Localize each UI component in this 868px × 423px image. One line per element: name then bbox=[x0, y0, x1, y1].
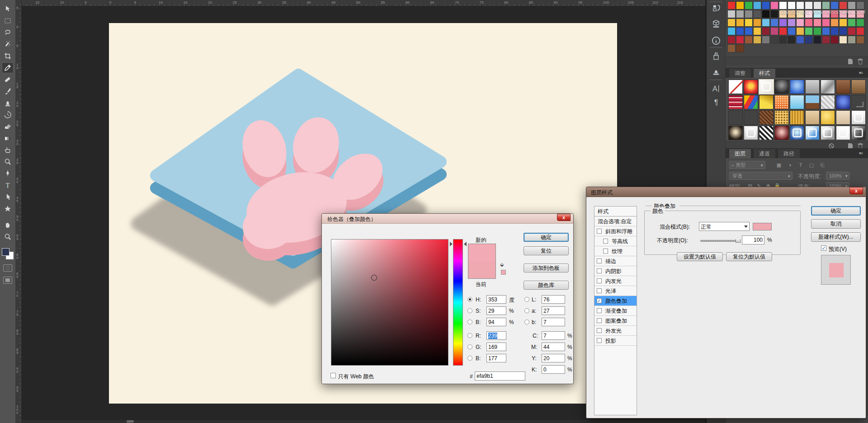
lab-b-field[interactable]: 7 bbox=[542, 318, 565, 326]
set-default-button[interactable]: 设置为默认值 bbox=[677, 252, 723, 261]
swatch[interactable] bbox=[779, 1, 787, 9]
swatch[interactable] bbox=[779, 27, 787, 35]
b2-field[interactable]: 177 bbox=[486, 354, 506, 362]
shape-tool[interactable] bbox=[2, 203, 14, 214]
style-preset[interactable] bbox=[744, 80, 758, 94]
style-preset[interactable] bbox=[821, 110, 835, 125]
swatch[interactable] bbox=[779, 19, 787, 27]
filter-shape-layers-icon[interactable]: ▢ bbox=[808, 162, 815, 168]
swatch[interactable] bbox=[753, 19, 761, 27]
style-preset[interactable] bbox=[851, 126, 866, 140]
swatch[interactable] bbox=[839, 27, 847, 35]
swatch[interactable] bbox=[736, 27, 744, 35]
smudge-tool[interactable] bbox=[2, 145, 14, 155]
swatch[interactable] bbox=[727, 10, 736, 18]
move-tool[interactable] bbox=[2, 4, 14, 14]
style-preset[interactable] bbox=[774, 126, 789, 140]
swatch[interactable] bbox=[830, 1, 839, 9]
color-field[interactable] bbox=[331, 239, 448, 366]
a-field[interactable]: 27 bbox=[542, 306, 565, 315]
swatch[interactable] bbox=[762, 36, 770, 44]
style-preset[interactable] bbox=[759, 110, 774, 125]
magic-wand-tool[interactable] bbox=[2, 39, 14, 50]
swatch[interactable] bbox=[805, 27, 813, 35]
k-field[interactable]: 0 bbox=[542, 365, 565, 374]
style-preset[interactable] bbox=[759, 126, 774, 140]
l-field[interactable]: 76 bbox=[542, 295, 565, 304]
horizontal-scrollbar[interactable] bbox=[22, 420, 705, 423]
swatch[interactable] bbox=[796, 19, 804, 27]
swatch[interactable] bbox=[788, 19, 796, 27]
screen-mode-button[interactable] bbox=[3, 277, 12, 284]
layer-style-item-等高线[interactable]: 等高线 bbox=[594, 236, 637, 246]
tab-layers[interactable]: 图层 bbox=[729, 149, 751, 158]
b-radio[interactable] bbox=[467, 320, 472, 324]
style-checkbox[interactable] bbox=[597, 229, 602, 234]
swatch[interactable] bbox=[788, 27, 796, 35]
swatch[interactable] bbox=[770, 36, 778, 44]
swatch[interactable] bbox=[788, 36, 796, 44]
swatch[interactable] bbox=[753, 36, 761, 44]
new-swatch-icon[interactable] bbox=[847, 58, 854, 65]
style-checkbox[interactable] bbox=[597, 308, 602, 313]
marquee-tool[interactable] bbox=[2, 15, 14, 26]
reset-button[interactable]: 复位 bbox=[524, 246, 569, 255]
style-preset[interactable] bbox=[805, 80, 820, 94]
eyedropper-tool[interactable] bbox=[2, 62, 14, 73]
style-preset[interactable] bbox=[805, 95, 820, 109]
style-preset[interactable] bbox=[851, 110, 866, 125]
swatch[interactable] bbox=[727, 44, 736, 52]
character-panel-icon[interactable]: A bbox=[711, 83, 722, 94]
swatch[interactable] bbox=[788, 1, 796, 9]
swatch[interactable] bbox=[839, 1, 847, 9]
panel-menu-icon[interactable]: ▾≡ bbox=[859, 151, 866, 155]
style-preset[interactable] bbox=[790, 126, 804, 140]
hue-arrow-left[interactable] bbox=[450, 242, 453, 246]
swatch[interactable] bbox=[796, 1, 804, 9]
swatch[interactable] bbox=[813, 1, 821, 9]
style-checkbox[interactable] bbox=[597, 278, 602, 283]
swatch[interactable] bbox=[745, 10, 753, 18]
hue-slider[interactable] bbox=[453, 239, 463, 366]
ok-button[interactable]: 确定 bbox=[811, 206, 861, 216]
scrollbar-thumb[interactable] bbox=[127, 420, 134, 423]
swatch[interactable] bbox=[770, 10, 778, 18]
cancel-button[interactable]: 取消 bbox=[811, 219, 861, 229]
swatch[interactable] bbox=[736, 36, 744, 44]
swatch[interactable] bbox=[822, 27, 830, 35]
style-preset[interactable] bbox=[790, 110, 804, 125]
swatch[interactable] bbox=[770, 1, 778, 9]
swatch[interactable] bbox=[848, 1, 856, 9]
add-to-swatches-button[interactable]: 添加到色板 bbox=[524, 263, 569, 273]
swatch[interactable] bbox=[830, 19, 839, 27]
swatch[interactable] bbox=[745, 1, 753, 9]
layer-style-item-外发光[interactable]: 外发光 bbox=[594, 326, 637, 336]
style-checkbox[interactable] bbox=[597, 328, 602, 333]
foreground-color-chip[interactable] bbox=[2, 248, 9, 256]
web-only-checkbox[interactable] bbox=[330, 373, 336, 378]
layer-style-item-斜面和浮雕[interactable]: 斜面和浮雕 bbox=[594, 226, 637, 236]
style-preset[interactable] bbox=[774, 95, 789, 109]
style-preset[interactable] bbox=[836, 110, 850, 125]
swatch[interactable] bbox=[727, 19, 736, 27]
swatch[interactable] bbox=[727, 27, 736, 35]
3d-panel-icon[interactable] bbox=[711, 18, 722, 29]
swatch[interactable] bbox=[736, 1, 744, 9]
style-checkbox[interactable] bbox=[597, 288, 602, 293]
brush-presets-panel-icon[interactable] bbox=[711, 51, 722, 61]
filter-pixel-layers-icon[interactable]: ▦ bbox=[775, 162, 783, 168]
style-preset[interactable] bbox=[728, 110, 743, 125]
swatch[interactable] bbox=[830, 27, 839, 35]
swatch[interactable] bbox=[745, 27, 753, 35]
style-checkbox[interactable] bbox=[597, 318, 602, 323]
new-style-button[interactable]: 新建样式(W)... bbox=[811, 232, 861, 242]
style-preset[interactable] bbox=[821, 80, 835, 94]
brush-tool[interactable] bbox=[2, 86, 14, 97]
g-field[interactable]: 169 bbox=[486, 343, 506, 351]
zoom-tool[interactable] bbox=[2, 231, 14, 242]
style-checkbox[interactable] bbox=[603, 249, 608, 254]
swatch[interactable] bbox=[796, 36, 804, 44]
swatch[interactable] bbox=[839, 19, 847, 27]
swatch[interactable] bbox=[856, 27, 864, 35]
swatch[interactable] bbox=[856, 19, 864, 27]
